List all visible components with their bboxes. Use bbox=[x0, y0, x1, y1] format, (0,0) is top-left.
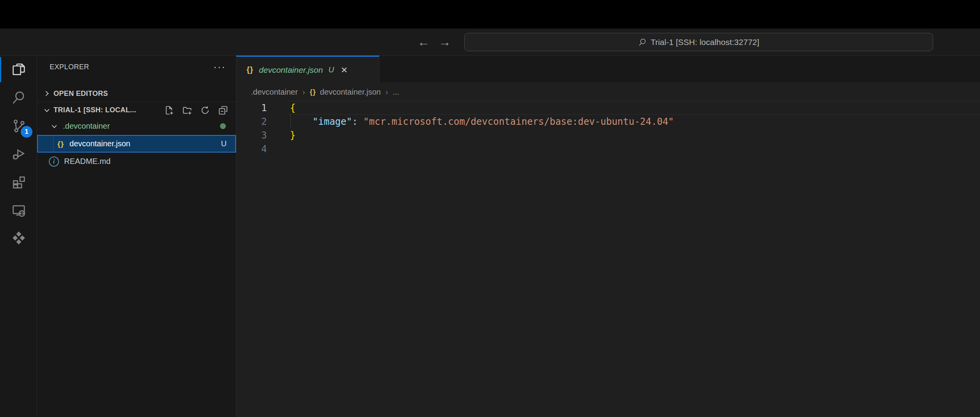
new-file-button[interactable] bbox=[164, 105, 174, 115]
file-name: devcontainer.json bbox=[70, 139, 131, 148]
indent-guide bbox=[53, 136, 54, 152]
files-icon bbox=[11, 62, 26, 77]
chevron-right-icon: › bbox=[385, 88, 388, 97]
chevron-down-icon bbox=[50, 123, 59, 130]
close-icon[interactable]: × bbox=[341, 65, 347, 75]
title-bar: ← → Trial-1 [SSH: localhost:32772] bbox=[0, 29, 980, 56]
editor-group: {} devcontainer.json U × .devcontainer ›… bbox=[236, 56, 980, 417]
breadcrumb-file[interactable]: devcontainer.json bbox=[320, 88, 381, 97]
panel-title: EXPLORER bbox=[50, 63, 89, 71]
code-line-1: 1 { bbox=[236, 101, 980, 115]
file-tree: .devcontainer {} devcontainer.json U i R… bbox=[37, 117, 236, 170]
json-file-icon: {} bbox=[247, 65, 254, 74]
open-editors-header[interactable]: OPEN EDITORS bbox=[37, 85, 236, 102]
command-center-text: Trial-1 [SSH: localhost:32772] bbox=[651, 38, 759, 47]
info-icon: i bbox=[49, 156, 59, 167]
activity-bar: 1 bbox=[0, 56, 37, 417]
diamonds-icon bbox=[11, 231, 27, 246]
chevron-down-icon bbox=[42, 107, 52, 114]
tab-devcontainer-json[interactable]: {} devcontainer.json U × bbox=[236, 56, 379, 83]
breadcrumb-folder[interactable]: .devcontainer bbox=[251, 88, 298, 97]
remote-explorer-icon bbox=[11, 203, 26, 218]
chevron-right-icon bbox=[42, 90, 52, 97]
git-untracked-dot-badge bbox=[220, 123, 226, 129]
breadcrumb: .devcontainer › {} devcontainer.json › .… bbox=[236, 83, 980, 101]
editor-content[interactable]: 1 { 2 "image": "mcr.microsoft.com/devcon… bbox=[236, 101, 980, 417]
git-status-badge: U bbox=[221, 139, 227, 148]
activity-item-search[interactable] bbox=[0, 84, 37, 112]
activity-item-extension-extra[interactable] bbox=[0, 225, 37, 253]
json-file-icon: {} bbox=[57, 140, 64, 148]
activity-item-source-control[interactable]: 1 bbox=[0, 112, 37, 140]
code-line-3: 3 } bbox=[236, 128, 980, 142]
refresh-button[interactable] bbox=[200, 105, 210, 115]
activity-item-remote-explorer[interactable] bbox=[0, 196, 37, 225]
code-line-4: 4 bbox=[236, 142, 980, 156]
explorer-panel: EXPLORER ··· OPEN EDITORS TRIAL-1 [SSH: … bbox=[37, 56, 236, 417]
chevron-right-icon: › bbox=[302, 88, 305, 97]
nav-back-button[interactable]: ← bbox=[417, 29, 430, 56]
search-icon bbox=[11, 90, 26, 105]
code-line-2: 2 "image": "mcr.microsoft.com/devcontain… bbox=[236, 115, 980, 128]
folder-name: .devcontainer bbox=[63, 122, 110, 131]
collapse-all-button[interactable] bbox=[218, 105, 228, 115]
command-center-search[interactable]: Trial-1 [SSH: localhost:32772] bbox=[464, 33, 933, 51]
extensions-icon bbox=[11, 175, 26, 190]
workspace-section-header[interactable]: TRIAL-1 [SSH: LOCAL... bbox=[37, 102, 236, 118]
scm-changes-badge: 1 bbox=[21, 126, 32, 138]
json-file-icon: {} bbox=[310, 88, 316, 96]
tree-item-devcontainer-json[interactable]: {} devcontainer.json U bbox=[37, 135, 236, 153]
git-status-badge: U bbox=[328, 65, 334, 74]
indent-guide bbox=[290, 115, 291, 128]
debug-icon bbox=[11, 147, 26, 162]
new-folder-button[interactable] bbox=[182, 105, 192, 115]
activity-item-extensions[interactable] bbox=[0, 168, 37, 196]
open-editors-label: OPEN EDITORS bbox=[54, 90, 108, 98]
macos-menu-bar bbox=[0, 0, 980, 29]
line-number: 4 bbox=[236, 144, 277, 155]
more-actions-button[interactable]: ··· bbox=[213, 65, 226, 69]
line-number: 2 bbox=[236, 116, 277, 127]
tab-label: devcontainer.json bbox=[259, 65, 323, 75]
activity-item-run-debug[interactable] bbox=[0, 140, 37, 168]
workspace-label: TRIAL-1 [SSH: LOCAL... bbox=[54, 106, 136, 114]
line-number: 1 bbox=[236, 102, 277, 113]
search-icon bbox=[638, 38, 647, 47]
tree-item-devcontainer-folder[interactable]: .devcontainer bbox=[37, 117, 236, 135]
tree-item-readme[interactable]: i README.md bbox=[37, 153, 236, 170]
tab-bar: {} devcontainer.json U × bbox=[236, 56, 980, 83]
activity-item-explorer[interactable] bbox=[0, 56, 37, 84]
nav-forward-button[interactable]: → bbox=[438, 29, 451, 56]
current-line-highlight bbox=[288, 101, 980, 115]
line-number: 3 bbox=[236, 130, 277, 141]
file-name: README.md bbox=[64, 157, 111, 166]
breadcrumb-symbol-ellipsis[interactable]: ... bbox=[393, 88, 399, 97]
